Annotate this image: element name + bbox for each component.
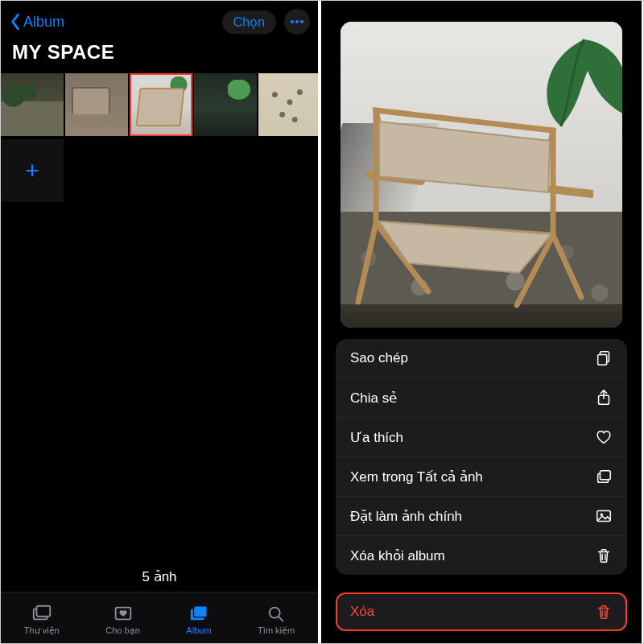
thumbnail[interactable] (65, 73, 128, 136)
tab-label: Tìm kiếm (258, 625, 295, 636)
tab-search[interactable]: Tìm kiếm (258, 604, 295, 636)
svg-line-9 (279, 617, 283, 621)
thumbnail-selected[interactable] (130, 73, 192, 136)
ellipsis-icon (290, 19, 304, 24)
tab-label: Thư viện (24, 625, 60, 636)
menu-favorite[interactable]: Ưa thích (336, 418, 627, 457)
tab-label: Cho bạn (105, 625, 139, 636)
menu-label: Xóa khỏi album (350, 547, 445, 564)
add-photo-button[interactable]: + (1, 139, 64, 202)
svg-rect-7 (193, 606, 207, 617)
navbar: Album Chọn (1, 1, 318, 38)
svg-point-1 (295, 20, 299, 23)
menu-label: Đặt làm ảnh chính (350, 508, 462, 525)
image-icon (595, 507, 613, 525)
album-title: MY SPACE (1, 38, 318, 73)
album-screen: Album Chọn MY SPACE + 5 ảnh (1, 1, 321, 643)
menu-label: Chia sẻ (350, 390, 397, 407)
tab-album[interactable]: Album (186, 604, 211, 635)
more-button[interactable] (284, 9, 310, 35)
menu-delete[interactable]: Xóa (336, 592, 627, 631)
svg-rect-4 (36, 605, 50, 616)
thumbnail-row (1, 73, 318, 136)
menu-remove-from-album[interactable]: Xóa khỏi album (336, 536, 627, 575)
tab-foryou[interactable]: Cho bạn (105, 604, 139, 636)
menu-show-in-all-photos[interactable]: Xem trong Tất cả ảnh (336, 457, 627, 497)
share-icon (595, 389, 613, 407)
preview-photo[interactable] (341, 22, 622, 328)
svg-rect-14 (600, 471, 610, 480)
tab-library[interactable]: Thư viện (24, 604, 60, 636)
menu-label: Sao chép (350, 350, 408, 366)
chair-icon (352, 86, 593, 320)
library-icon (31, 604, 52, 623)
chevron-left-icon (9, 13, 22, 31)
menu-copy[interactable]: Sao chép (336, 339, 627, 378)
nav-actions: Chọn (222, 9, 310, 35)
trash-icon (595, 547, 613, 564)
svg-rect-11 (598, 354, 607, 365)
menu-label: Xem trong Tất cả ảnh (350, 469, 483, 485)
svg-point-2 (300, 20, 303, 23)
thumbnail[interactable] (194, 73, 257, 136)
back-button[interactable]: Album (9, 13, 64, 31)
album-icon (188, 604, 209, 623)
stack-icon (595, 468, 613, 485)
svg-point-0 (291, 20, 294, 23)
photo-count: 5 ảnh (1, 568, 318, 585)
menu-label: Xóa (350, 604, 374, 620)
context-menu-screen: Sao chép Chia sẻ Ưa thích Xem trong Tất … (321, 1, 642, 643)
menu-label: Ưa thích (350, 429, 403, 446)
menu-set-key-photo[interactable]: Đặt làm ảnh chính (336, 497, 627, 536)
trash-icon (595, 603, 613, 621)
heart-icon (595, 428, 613, 446)
thumbnail[interactable] (1, 73, 64, 136)
foryou-icon (113, 604, 134, 623)
tab-label: Album (186, 625, 211, 635)
back-label: Album (23, 14, 64, 31)
search-icon (266, 604, 287, 623)
thumbnail[interactable] (258, 73, 321, 136)
select-button[interactable]: Chọn (222, 10, 276, 34)
copy-icon (595, 349, 613, 367)
menu-share[interactable]: Chia sẻ (336, 378, 627, 418)
context-menu: Sao chép Chia sẻ Ưa thích Xem trong Tất … (336, 339, 627, 575)
tab-bar: Thư viện Cho bạn Album (1, 592, 318, 643)
